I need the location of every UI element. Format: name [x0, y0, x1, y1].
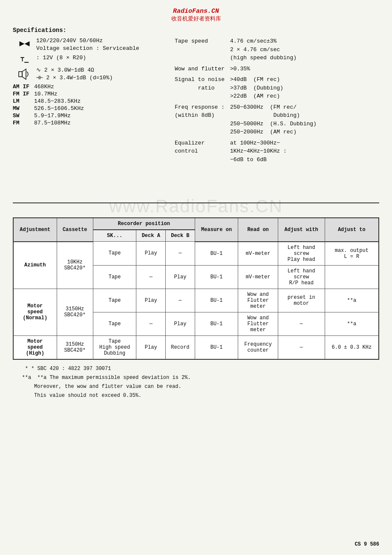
cell-h1-measure: BU-1 [195, 335, 238, 359]
spacer [13, 166, 379, 192]
specs-right: Tape speed 4.76 cm/sec±3% 2 × 4.76 cm/se… [175, 37, 379, 164]
freq-label-lm: LM [13, 98, 34, 104]
cell-a2-adjust-with: Left handscrewR/P head [278, 265, 325, 289]
th-measure-on: Measure on [195, 218, 238, 242]
th-deck-a: Deck A [136, 230, 166, 242]
freq-row-amif: AM IF 468KHz [13, 84, 175, 90]
cell-m2-measure: BU-1 [195, 312, 238, 335]
freq-value-fmif: 10.7MHz [34, 91, 175, 97]
freq-row-sw: SW 5.9−17.9MHz [13, 113, 175, 119]
note2-line1: **a **a The maximum permissible speed de… [13, 374, 379, 382]
speaker-icon [13, 66, 36, 81]
right-specs-list: Tape speed 4.76 cm/sec±3% 2 × 4.76 cm/se… [175, 37, 379, 164]
specs-left: ▶◀ 120/220/240V 50/60Hz Voltage selectio… [13, 37, 175, 164]
cell-h1-deckb: Record [166, 335, 195, 359]
wow-flutter-block: Wow and flutter >0.35% [175, 65, 379, 73]
th-recorder-position: Recorder position [93, 218, 195, 230]
cell-m2-sk: Tape [93, 312, 136, 335]
cell-a1-sk: Tape [93, 242, 136, 266]
cell-m1-adjust-with: preset inmotor [278, 289, 325, 312]
freq-value-sw: 5.9−17.9MHz [34, 113, 175, 119]
table-top-border [13, 202, 379, 203]
battery-value: : 12V (8 × R20) [36, 54, 175, 62]
eq-label: Equalizer control [175, 139, 230, 156]
freq-row-mw: MW 526.5−1606.5KHz [13, 105, 175, 112]
cell-a1-measure: BU-1 [195, 242, 238, 266]
battery-row: ⊤⎯ : 12V (8 × R20) [13, 54, 175, 64]
frequency-table: AM IF 468KHz FM IF 10.7MHz LM 148.5−283.… [13, 84, 175, 126]
page-number: CS 9 586 [355, 541, 379, 547]
cell-a1-read: mV-meter [238, 242, 278, 266]
note2-line3: This value should not exceed 0.35%. [34, 392, 379, 400]
svg-marker-1 [22, 69, 26, 79]
freq-value-amif: 468KHz [34, 84, 175, 90]
snr-block: Signal to noise ratio >40dB (FM rec) >37… [175, 75, 379, 101]
cell-a2-decka: — [136, 265, 166, 289]
cell-a1-adjust-with: Left handscrewPlay head [278, 242, 325, 266]
cell-motor-normal: Motorspeed(Normal) [13, 289, 57, 335]
svg-rect-0 [19, 72, 22, 77]
th-read-on: Read on [238, 218, 278, 242]
freq-label-amif: AM IF [13, 84, 34, 90]
eq-block: Equalizer control at 100Hz−300Hz− 1KHz−4… [175, 139, 379, 164]
cell-a1-decka: Play [136, 242, 166, 266]
battery-icon: ⊤⎯ [13, 54, 36, 64]
cell-h1-adjust-with: — [278, 335, 325, 359]
cell-m1-sk: Tape [93, 289, 136, 312]
note2-line2: Moreover, the wow and flutter value can … [34, 383, 379, 391]
cell-m1-decka: Play [136, 289, 166, 312]
freq-response-block: Freq response :(within 8dB) 250−6300Hz (… [175, 103, 379, 136]
cell-a2-measure: BU-1 [195, 265, 238, 289]
cell-a2-read: mV-meter [238, 265, 278, 289]
site-chinese: 收音机爱好者资料库 [13, 15, 379, 23]
freq-row-lm: LM 148.5−283.5KHz [13, 98, 175, 104]
eq-value: at 100Hz−300Hz− 1KHz−4KHz−10KHz : −6dB t… [230, 139, 379, 164]
freq-response-value: 250−6300Hz (FM rec/ Dubbing) 250−5000Hz … [230, 103, 379, 136]
notes-section: * * SBC 420 : 4822 397 30071 **a **a The… [13, 365, 379, 400]
voltage-row: ▶◀ 120/220/240V 50/60Hz Voltage selectio… [13, 37, 175, 52]
note1: * * SBC 420 : 4822 397 30071 [13, 365, 379, 373]
cell-m2-adjust-with: — [278, 312, 325, 335]
cell-h1-sk: TapeHigh speedDubbing [93, 335, 136, 359]
cell-azimuth-cassette: 10KHzSBC420* [57, 242, 93, 289]
cell-motor-high-cassette: 3150HzSBC420* [57, 335, 93, 359]
site-name: RadioFans.CN [13, 8, 379, 15]
freq-row-fmif: FM IF 10.7MHz [13, 91, 175, 97]
freq-label-fmif: FM IF [13, 91, 34, 97]
freq-value-lm: 148.5−283.5KHz [34, 98, 175, 104]
power-icon: ▶◀ [13, 37, 36, 50]
wow-flutter-value: >0.35% [230, 65, 379, 73]
cell-m1-adjust-to: **a [325, 289, 379, 312]
cell-motor-high: Motorspeed(High) [13, 335, 57, 359]
table-row: Motorspeed(High) 3150HzSBC420* TapeHigh … [13, 335, 379, 359]
table-wrapper: Adjustment Cassette Recorder position Me… [13, 217, 379, 360]
watermark-area: www.RadioFans.CN [13, 192, 379, 213]
cell-motor-normal-cassette: 3150HzSBC420* [57, 289, 93, 335]
table-header-row1: Adjustment Cassette Recorder position Me… [13, 218, 379, 230]
cell-m2-adjust-to: **a [325, 312, 379, 335]
cell-a2-deckb: Play [166, 265, 195, 289]
freq-value-mw: 526.5−1606.5KHz [34, 105, 175, 112]
cell-m2-decka: — [136, 312, 166, 335]
table-row: Azimuth 10KHzSBC420* Tape Play — BU-1 mV… [13, 242, 379, 266]
freq-label-fm: FM [13, 120, 34, 126]
table-row: Motorspeed(Normal) 3150HzSBC420* Tape Pl… [13, 289, 379, 312]
cell-azimuth: Azimuth [13, 242, 57, 289]
cell-h1-decka: Play [136, 335, 166, 359]
cell-h1-read: Frequencycounter [238, 335, 278, 359]
th-adjust-to: Adjust to [325, 218, 379, 242]
freq-response-label: Freq response :(within 8dB) [175, 103, 230, 120]
freq-label-mw: MW [13, 105, 34, 112]
freq-value-fm: 87.5−108MHz [34, 120, 175, 126]
th-deck-b: Deck B [166, 230, 195, 242]
specs-section: ▶◀ 120/220/240V 50/60Hz Voltage selectio… [13, 37, 379, 164]
th-adjustment: Adjustment [13, 218, 57, 242]
tape-speed-block: Tape speed 4.76 cm/sec±3% 2 × 4.76 cm/se… [175, 37, 379, 62]
cell-m1-deckb: — [166, 289, 195, 312]
freq-label-sw: SW [13, 113, 34, 119]
th-cassette: Cassette [57, 218, 93, 242]
voltage-value: 120/220/240V 50/60Hz Voltage selection :… [36, 37, 175, 52]
freq-row-fm: FM 87.5−108MHz [13, 120, 175, 126]
cell-m2-deckb: Play [166, 312, 195, 335]
cell-a2-sk: Tape [93, 265, 136, 289]
